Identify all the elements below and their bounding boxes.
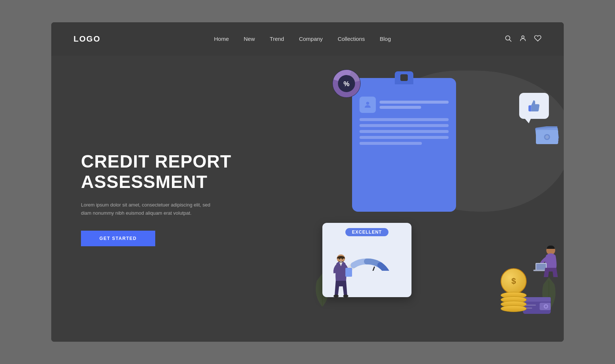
svg-point-17 [343,295,348,298]
coin-top: $ [501,268,527,294]
score-label: EXCELLENT [345,228,388,236]
svg-point-19 [342,259,343,260]
content-line-5 [359,142,422,145]
svg-rect-25 [523,297,551,302]
nav-link-home[interactable]: Home [214,36,229,42]
clipboard-profile [359,97,449,113]
svg-point-18 [339,259,340,260]
nav-links: Home New Trend Company Collections Blog [214,36,391,42]
svg-point-2 [522,36,524,38]
svg-point-9 [366,102,369,105]
hero-title: CREDIT REPORT ASSESSMENT [81,151,285,192]
clipboard [352,78,456,212]
nav-link-collections[interactable]: Collections [338,36,365,42]
content-line-1 [359,118,449,121]
svg-line-10 [367,267,374,271]
clipboard-content [359,118,449,145]
nav-link-trend[interactable]: Trend [270,36,284,42]
hero-description: Lorem ipsum dolor sit amet, consectetuer… [81,201,222,217]
hero-left: CREDIT REPORT ASSESSMENT Lorem ipsum dol… [51,56,308,342]
search-icon[interactable] [504,35,512,44]
content-line-3 [359,130,449,133]
nav-link-company[interactable]: Company [299,36,323,42]
money-bills [534,126,560,157]
clipboard-clip [395,71,413,84]
coins-stack: $ [501,268,527,312]
clipboard-profile-lines [380,101,449,109]
nav-item-new[interactable]: New [244,36,255,42]
nav-item-home[interactable]: Home [214,36,229,42]
person-left [330,253,352,303]
nav-link-new[interactable]: New [244,36,255,42]
hero-section: CREDIT REPORT ASSESSMENT Lorem ipsum dol… [51,56,564,342]
svg-point-28 [545,305,547,308]
cta-button[interactable]: GET STARTED [81,231,155,246]
wallet [523,293,553,316]
nav-item-blog[interactable]: Blog [380,36,391,42]
svg-text:%: % [344,80,349,88]
user-icon[interactable] [519,35,527,44]
heart-icon[interactable] [534,35,541,44]
profile-line-2 [380,106,421,109]
content-line-4 [359,136,449,139]
nav-icons [504,35,541,44]
profile-line-1 [380,101,449,104]
browser-frame: LOGO Home New Trend Company Collections … [51,22,564,342]
svg-point-16 [333,295,339,298]
nav-item-trend[interactable]: Trend [270,36,284,42]
content-line-2 [359,124,449,127]
svg-rect-15 [345,268,352,277]
logo: LOGO [74,34,101,44]
svg-line-1 [510,39,511,41]
hero-right: % [308,56,564,342]
svg-rect-22 [536,264,546,270]
navbar: LOGO Home New Trend Company Collections … [51,22,564,56]
person-right [530,244,560,286]
donut-chart: % [330,67,363,100]
nav-item-company[interactable]: Company [299,36,323,42]
like-bubble [519,93,549,119]
nav-item-collections[interactable]: Collections [338,36,365,42]
coin-4 [501,305,527,312]
nav-link-blog[interactable]: Blog [380,36,391,42]
svg-point-35 [545,135,549,139]
